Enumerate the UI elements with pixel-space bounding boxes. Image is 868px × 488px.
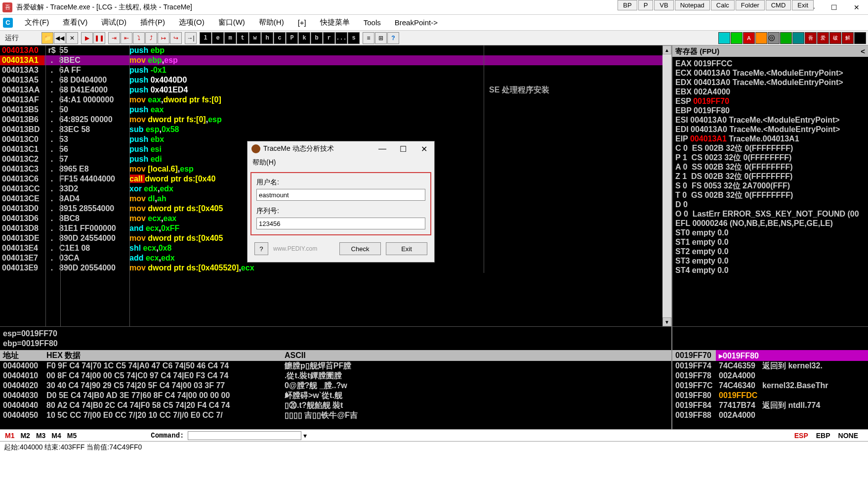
tb-run-icon[interactable]: ▶	[81, 32, 93, 44]
tb-letter-e[interactable]: e	[212, 32, 224, 44]
color-dred1-icon[interactable]: 吾	[805, 32, 817, 44]
tb-step1-icon[interactable]: ⇥	[108, 32, 120, 44]
dump-row[interactable]: 0040404080 A2 C4 74|B0 2C C4 74|F0 58 C5…	[0, 400, 671, 410]
command-input[interactable]	[188, 431, 301, 440]
tab-m4[interactable]: M4	[51, 432, 61, 440]
tb-letter-l[interactable]: l	[200, 32, 211, 44]
registers-collapse-icon[interactable]: <	[861, 46, 865, 56]
disasm-row[interactable]: 004013B5.50push eax	[0, 105, 671, 115]
tb-open-icon[interactable]: 📁	[41, 32, 53, 44]
disasm-row[interactable]: 004013E9.890D 20554000mov dword ptr ds:[…	[0, 263, 671, 273]
menu-debug[interactable]: 调试(D)	[95, 16, 132, 29]
dialog-help-button[interactable]: ?	[254, 242, 268, 255]
register-line[interactable]: EFL 00000246 (NO,NB,E,BE,NS,PE,GE,LE)	[675, 219, 865, 228]
stack-panel[interactable]: 0019FF70 ▸0019FF80 0019FF7474C46359返回到 k…	[671, 350, 868, 429]
disasm-row[interactable]: 004013BD.83EC 58sub esp,0x58	[0, 125, 671, 134]
stack-row[interactable]: 0019FF78002A4000	[672, 371, 868, 381]
tb-letter-b[interactable]: b	[311, 32, 323, 44]
menu-options[interactable]: 选项(O)	[173, 16, 210, 29]
menu-plus[interactable]: [+]	[292, 16, 312, 29]
dump-row[interactable]: 0040401000 8F C4 74|00 00 C5 74|C0 97 C4…	[0, 371, 671, 381]
disasm-row[interactable]: 004013A3.6A FFpush -0x1	[0, 65, 671, 75]
menu-quick[interactable]: 快捷菜单	[314, 16, 356, 29]
menu-help[interactable]: 帮助(H)	[253, 16, 290, 29]
tab-m1[interactable]: M1	[5, 432, 14, 440]
menu-tools[interactable]: Tools	[358, 16, 387, 29]
tb-step5-icon[interactable]: ↦	[158, 32, 169, 44]
tb-step3-icon[interactable]: ⤵	[133, 32, 145, 44]
scroll-up-icon[interactable]: ▲	[662, 45, 671, 54]
tb-step6-icon[interactable]: ↪	[170, 32, 182, 44]
stack-row[interactable]: 0019FF8477417B74返回到 ntdll.774	[672, 400, 868, 410]
register-line[interactable]: EBX 002A4000	[675, 87, 865, 96]
stack-row[interactable]: 0019FF88002A4000	[672, 410, 868, 420]
disasm-row[interactable]: 004013B6.64:8925 00000mov dword ptr fs:[…	[0, 115, 671, 125]
menu-plugins[interactable]: 插件(P)	[134, 16, 171, 29]
color-cyan-icon[interactable]	[718, 32, 730, 44]
color-target-icon[interactable]: ◎	[768, 32, 780, 44]
register-line[interactable]: EBP 0019FF80	[675, 106, 865, 115]
check-button[interactable]: Check	[339, 242, 381, 255]
color-red-icon[interactable]: A	[743, 32, 755, 44]
dialog-maximize-button[interactable]: ☐	[393, 142, 413, 156]
tb-letter-...[interactable]: ...	[335, 32, 347, 44]
indicator-ebp[interactable]: EBP	[816, 432, 830, 440]
username-input[interactable]	[256, 189, 425, 201]
register-line[interactable]: P 1 CS 0023 32位 0(FFFFFFFF)	[675, 153, 865, 162]
maximize-button[interactable]: ☐	[823, 0, 845, 15]
dialog-close-button[interactable]: ✕	[413, 142, 434, 156]
tab-m2[interactable]: M2	[20, 432, 30, 440]
register-line[interactable]: A 0 SS 002B 32位 0(FFFFFFFF)	[675, 162, 865, 172]
register-line[interactable]: S 0 FS 0053 32位 2A7000(FFF)	[675, 181, 865, 190]
register-line[interactable]: ST0 empty 0.0	[675, 228, 865, 237]
ext-btn-vb[interactable]: VB	[654, 0, 673, 10]
dump-row[interactable]: 00404000F0 9F C4 74|70 1C C5 74|A0 47 C6…	[0, 361, 671, 371]
disasm-scrollbar[interactable]: ▲ ▼	[662, 45, 671, 326]
disasm-row[interactable]: 004013AA.68 D41E4000push 0x401ED4SE 处理程序…	[0, 85, 671, 95]
dialog-minimize-button[interactable]: —	[372, 142, 393, 156]
ext-btn-calc[interactable]: Calc	[711, 0, 735, 10]
dump-row[interactable]: 0040405010 5C CC 7/|00 E0 CC 7/|20 10 CC…	[0, 410, 671, 420]
serial-input[interactable]	[256, 218, 425, 229]
exit-button[interactable]: Exit	[386, 242, 427, 255]
tb-list-icon[interactable]: ≡	[363, 32, 374, 44]
color-dred4-icon[interactable]: 解	[842, 32, 854, 44]
tb-letter-m[interactable]: m	[224, 32, 236, 44]
stack-row[interactable]: 0019FF7C74C46340kernel32.BaseThr	[672, 381, 868, 391]
register-line[interactable]: ST1 empty 0.0	[675, 237, 865, 247]
register-line[interactable]: ST2 empty 0.0	[675, 247, 865, 256]
register-line[interactable]: EDX 004013A0 TraceMe.<ModuleEntryPoint>	[675, 78, 865, 87]
tb-help-icon[interactable]: ?	[387, 32, 399, 44]
tb-goto-icon[interactable]: →|	[185, 32, 197, 44]
color-chip-icon[interactable]	[780, 32, 792, 44]
color-orange-icon[interactable]	[755, 32, 767, 44]
ext-btn-notepad[interactable]: Notepad	[675, 0, 710, 10]
register-line[interactable]: T 0 GS 002B 32位 0(FFFFFFFF)	[675, 190, 865, 200]
tb-letter-k[interactable]: k	[298, 32, 310, 44]
register-line[interactable]: O 0 LastErr ERROR_SXS_KEY_NOT_FOUND (00	[675, 209, 865, 219]
close-button[interactable]: ✕	[845, 0, 868, 15]
scroll-down-icon[interactable]: ▼	[662, 317, 671, 326]
menu-file[interactable]: 文件(F)	[19, 16, 55, 29]
register-line[interactable]: C 0 ES 002B 32位 0(FFFFFFFF)	[675, 143, 865, 153]
menu-window[interactable]: 窗口(W)	[212, 16, 251, 29]
tb-letter-c[interactable]: c	[274, 32, 286, 44]
register-line[interactable]: ST3 empty 0.0	[675, 256, 865, 266]
color-dred2-icon[interactable]: 爱	[817, 32, 829, 44]
tb-letter-t[interactable]: t	[237, 32, 248, 44]
dump-row[interactable]: 00404030D0 5E C4 74|B0 AD 3E 77|60 8F C4…	[0, 391, 671, 400]
register-line[interactable]: D 0	[675, 200, 865, 209]
dump-row[interactable]: 0040402030 40 C4 74|90 29 C5 74|20 5F C4…	[0, 381, 671, 391]
tb-pause-icon[interactable]: ❚❚	[93, 32, 105, 44]
menu-breakpoint[interactable]: BreakPoint->	[389, 16, 444, 29]
ext-btn-cmd[interactable]: CMD	[766, 0, 791, 10]
ext-btn-p[interactable]: P	[638, 0, 654, 10]
color-teal-icon[interactable]	[792, 32, 804, 44]
register-line[interactable]: ESP 0019FF70	[675, 96, 865, 106]
tb-close-icon[interactable]: ✕	[66, 32, 78, 44]
tb-step4-icon[interactable]: ⤴	[145, 32, 157, 44]
disasm-row[interactable]: 004013A5.68 D0404000push 0x4040D0	[0, 75, 671, 85]
tb-letter-r[interactable]: r	[323, 32, 335, 44]
register-line[interactable]: EAX 0019FFCC	[675, 59, 865, 68]
register-line[interactable]: Z 1 DS 002B 32位 0(FFFFFFFF)	[675, 172, 865, 181]
